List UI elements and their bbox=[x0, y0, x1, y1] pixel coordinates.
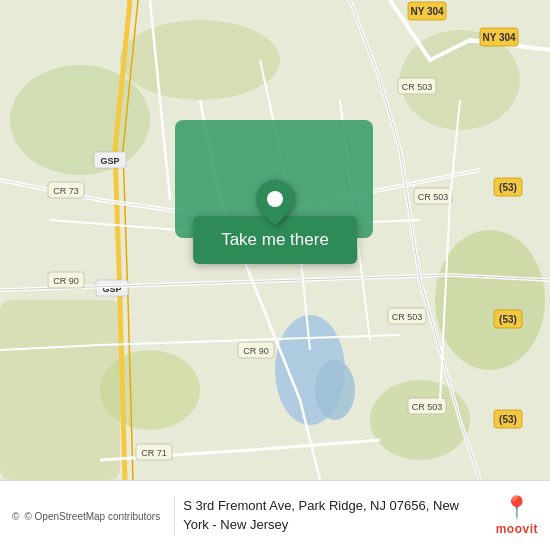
svg-text:CR 503: CR 503 bbox=[418, 192, 449, 202]
osm-text: © OpenStreetMap contributors bbox=[24, 511, 160, 522]
svg-point-1 bbox=[10, 65, 150, 175]
map-view: GSP GSP CR 73 CR 90 CR 90 CR 503 CR 503 … bbox=[0, 0, 550, 480]
svg-text:CR 71: CR 71 bbox=[141, 448, 167, 458]
svg-text:CR 90: CR 90 bbox=[53, 276, 79, 286]
svg-point-9 bbox=[315, 360, 355, 420]
moovit-icon: 📍 bbox=[503, 495, 530, 521]
svg-text:GSP: GSP bbox=[100, 156, 119, 166]
svg-text:CR 503: CR 503 bbox=[412, 402, 443, 412]
bottom-bar: © © OpenStreetMap contributors S 3rd Fre… bbox=[0, 480, 550, 550]
svg-text:CR 503: CR 503 bbox=[392, 312, 423, 322]
svg-text:NY 304: NY 304 bbox=[482, 32, 516, 43]
address-text: S 3rd Fremont Ave, Park Ridge, NJ 07656,… bbox=[183, 497, 487, 533]
moovit-logo: 📍 moovit bbox=[496, 495, 538, 536]
pin-outer bbox=[248, 172, 302, 226]
svg-text:CR 503: CR 503 bbox=[402, 82, 433, 92]
pin-inner bbox=[267, 191, 283, 207]
svg-point-3 bbox=[120, 20, 280, 100]
moovit-name: moovit bbox=[496, 522, 538, 536]
svg-text:CR 73: CR 73 bbox=[53, 186, 79, 196]
svg-text:CR 90: CR 90 bbox=[243, 346, 269, 356]
svg-point-5 bbox=[370, 380, 470, 460]
svg-point-4 bbox=[435, 230, 545, 370]
svg-point-7 bbox=[100, 350, 200, 430]
copyright-symbol: © bbox=[12, 511, 19, 522]
location-pin bbox=[256, 180, 294, 218]
svg-text:(53): (53) bbox=[499, 414, 517, 425]
osm-attribution: © © OpenStreetMap contributors bbox=[12, 510, 160, 522]
svg-text:NY 304: NY 304 bbox=[410, 6, 444, 17]
svg-text:(53): (53) bbox=[499, 182, 517, 193]
svg-text:(53): (53) bbox=[499, 314, 517, 325]
